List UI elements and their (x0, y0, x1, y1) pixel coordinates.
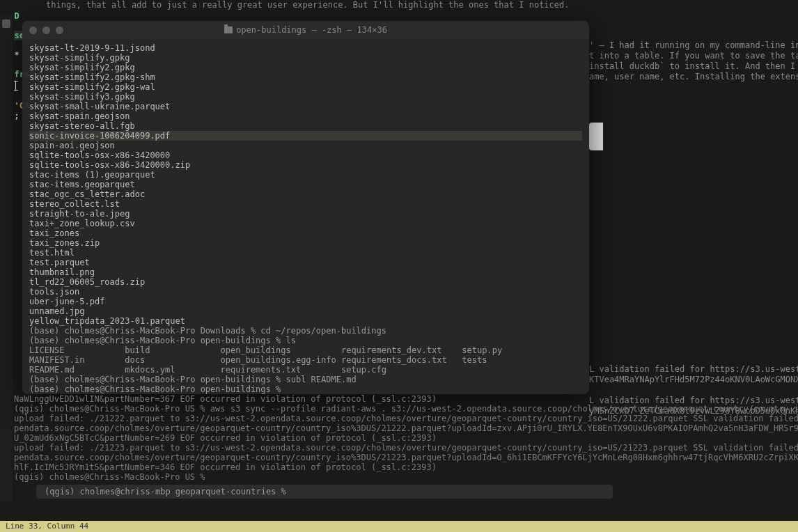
secondary-prompt-text: (qgis) cholmes@chriss-mbp geoparquet-cou… (45, 487, 286, 496)
background-paragraph: things, that all add to just a really gr… (21, 0, 569, 10)
terminal-body[interactable]: skysat-lt-2019-9-11.jsondskysat-simplify… (22, 39, 589, 398)
file-list-item: sqlite-tools-osx-x86-3420000 (29, 150, 582, 160)
terminal-output-line: LICENSE build open_buildings requirement… (29, 345, 582, 355)
sql-terminator: ; (14, 111, 19, 120)
terminal-output-line: (base) cholmes@Chriss-MacBook-Pro open-b… (29, 384, 582, 394)
background-terminal-output: NaWLnggUvEDD1wlIN&partNumber=367 EOF occ… (14, 394, 798, 482)
file-list-item: skysat-stereo-all.fgb (29, 121, 582, 131)
file-list-item: uber-june-5.pdf (29, 297, 582, 306)
file-list-item: skysat-small-ukraine.parquet (29, 102, 582, 111)
file-list-item: taxi_zones (29, 228, 582, 238)
file-list-item: skysat-simplify.gpkg (29, 53, 582, 63)
terminal-output-line: (base) cholmes@Chriss-MacBook-Pro open-b… (29, 336, 582, 345)
file-list-item: spain-aoi.geojson (29, 141, 582, 150)
terminal-output-line: (base) cholmes@Chriss-MacBook-Pro open-b… (29, 375, 582, 384)
sql-star: * (14, 50, 19, 60)
terminal-window[interactable]: open-buildings — -zsh — 134×36 skysat-lt… (22, 21, 589, 394)
secondary-terminal-prompt[interactable]: (qgis) cholmes@chriss-mbp geoparquet-cou… (36, 485, 613, 499)
file-list-item: tools.json (29, 287, 582, 297)
background-window-edge (589, 123, 603, 150)
file-list-item: stac-items (1).geoparquet (29, 170, 582, 180)
background-side-text: ' — I had it running on my command-line … (589, 40, 798, 416)
file-list-item: stac-items.geoparquet (29, 180, 582, 189)
file-list-item: skysat-lt-2019-9-11.jsond (29, 43, 582, 53)
editor-status-bar: Line 33, Column 44 (0, 521, 798, 532)
terminal-output-line: README.md mkdocs.yml requirements.txt se… (29, 365, 582, 375)
file-list-item: taxi_zones.zip (29, 238, 582, 248)
file-list-item: skysat-spain.geojson (29, 111, 582, 121)
file-list-item: test.parquet (29, 258, 582, 267)
file-list-item: sonic-invoice-1006204099.pdf (29, 131, 582, 141)
terminal-titlebar[interactable]: open-buildings — -zsh — 134×36 (22, 21, 589, 39)
file-list-item: thumbnail.png (29, 267, 582, 277)
file-list-item: test.html (29, 248, 582, 258)
terminal-output-line: (base) cholmes@Chriss-MacBook-Pro Downlo… (29, 326, 582, 336)
file-list-item: skysat-simplify2.gpkg-shm (29, 72, 582, 82)
file-list-item: yellow_tripdata_2023-01.parquet (29, 316, 582, 326)
text-cursor-icon (14, 81, 18, 91)
file-list-item: skysat-simplify2.gpkg-wal (29, 82, 582, 92)
duckdb-prompt: D (14, 11, 19, 21)
file-list-item: unnamed.jpg (29, 306, 582, 316)
terminal-title: open-buildings — -zsh — 134×36 (22, 25, 589, 35)
file-list-item: tl_rd22_06005_roads.zip (29, 277, 582, 287)
file-list-item: taxi+_zone_lookup.csv (29, 219, 582, 228)
file-list-item: skysat-simplify2.gpkg (29, 63, 582, 72)
file-list-item: stac_ogc_cs_letter.adoc (29, 189, 582, 199)
file-list-item: sqlite-tools-osx-x86-3420000.zip (29, 160, 582, 170)
folder-icon (224, 26, 233, 33)
file-list-item: stereo_collect.lst (29, 199, 582, 209)
file-list-item: skysat-simplify3.gpkg (29, 92, 582, 102)
cursor-position: Line 33, Column 44 (6, 522, 88, 531)
file-list-item: straight-to-ale.jpeg (29, 209, 582, 219)
terminal-title-text: open-buildings — -zsh — 134×36 (236, 25, 387, 35)
terminal-output-line: MANIFEST.in docs open_buildings.egg-info… (29, 355, 582, 365)
